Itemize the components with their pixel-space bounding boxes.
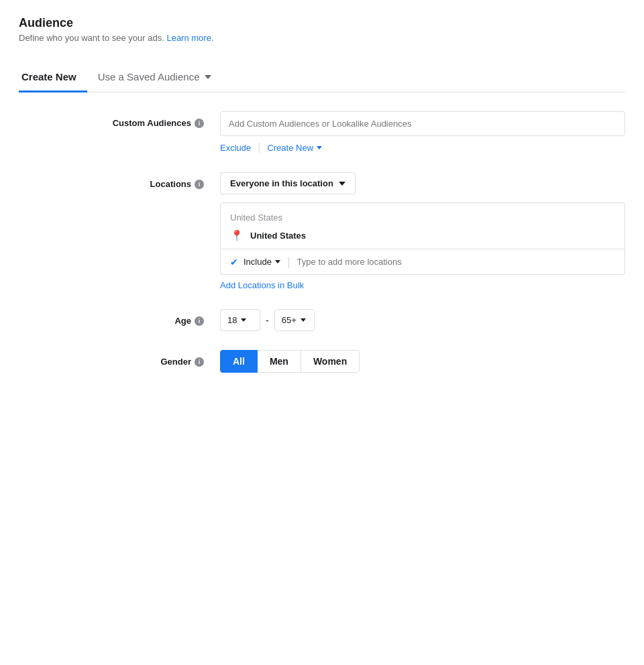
gender-men-button[interactable]: Men	[257, 350, 301, 373]
location-type-label: Everyone in this location	[230, 178, 333, 188]
saved-audience-label: Use a Saved Audience	[98, 71, 200, 82]
add-locations-bulk-link[interactable]: Add Locations in Bulk	[220, 280, 304, 290]
custom-audiences-input[interactable]	[220, 111, 625, 136]
location-input-row: ✔ Include |	[221, 249, 625, 274]
subtitle-text: Define who you want to see your ads.	[19, 33, 164, 43]
age-section: Age i 18 - 65+	[19, 309, 625, 331]
page-title: Audience	[19, 16, 625, 30]
gender-label-container: Gender i	[19, 350, 220, 367]
locations-label-container: Locations i	[19, 172, 220, 189]
location-item-us: 📍 United States	[221, 223, 625, 249]
include-label: Include	[244, 257, 272, 267]
custom-audiences-label-container: Custom Audiences i	[19, 111, 220, 128]
age-max-dropdown[interactable]: 65+	[274, 309, 315, 331]
age-max-caret-icon	[301, 318, 306, 322]
gender-row: All Men Women	[220, 350, 625, 373]
locations-content: Everyone in this location United States …	[220, 172, 625, 290]
gender-all-button[interactable]: All	[220, 350, 258, 373]
create-new-label: Create New	[267, 143, 313, 153]
gender-women-button[interactable]: Women	[301, 350, 360, 373]
page-subtitle: Define who you want to see your ads. Lea…	[19, 33, 625, 43]
include-divider: |	[287, 255, 290, 269]
create-new-caret-icon	[317, 146, 322, 149]
location-name: United States	[250, 231, 306, 241]
age-label: Age	[174, 316, 191, 326]
age-min-value: 18	[227, 315, 237, 325]
add-locations-input[interactable]	[297, 257, 615, 267]
custom-audiences-info-icon[interactable]: i	[195, 119, 204, 128]
age-max-value: 65+	[282, 315, 297, 325]
actions-separator: |	[258, 141, 260, 154]
location-pin-icon: 📍	[230, 229, 244, 242]
location-search-area: United States	[221, 203, 625, 223]
age-dash: -	[266, 315, 269, 326]
saved-audience-caret-icon	[205, 75, 211, 79]
include-caret-icon	[275, 260, 280, 263]
exclude-link[interactable]: Exclude	[220, 143, 251, 153]
gender-content: All Men Women	[220, 350, 625, 373]
age-content: 18 - 65+	[220, 309, 625, 331]
location-type-caret-icon	[339, 182, 345, 186]
tab-saved-audience[interactable]: Use a Saved Audience	[87, 64, 223, 93]
gender-label: Gender	[160, 357, 191, 367]
audience-actions: Exclude | Create New	[220, 141, 625, 154]
locations-info-icon[interactable]: i	[195, 180, 204, 189]
locations-label: Locations	[150, 179, 191, 189]
age-label-container: Age i	[19, 309, 220, 326]
gender-section: Gender i All Men Women	[19, 350, 625, 373]
custom-audiences-label: Custom Audiences	[113, 118, 191, 128]
include-dropdown[interactable]: Include	[244, 257, 280, 267]
page-header: Audience Define who you want to see your…	[19, 16, 625, 43]
age-info-icon[interactable]: i	[195, 316, 204, 326]
location-type-dropdown[interactable]: Everyone in this location	[220, 172, 356, 194]
age-min-caret-icon	[241, 318, 246, 322]
tab-create-new[interactable]: Create New	[19, 64, 87, 93]
custom-audiences-section: Custom Audiences i Exclude | Create New	[19, 111, 625, 154]
create-new-dropdown[interactable]: Create New	[267, 143, 322, 153]
location-search-placeholder: United States	[230, 213, 282, 223]
custom-audiences-content: Exclude | Create New	[220, 111, 625, 154]
tabs-container: Create New Use a Saved Audience	[19, 64, 625, 93]
age-row: 18 - 65+	[220, 309, 625, 331]
learn-more-link[interactable]: Learn more.	[166, 33, 213, 43]
age-min-dropdown[interactable]: 18	[220, 309, 260, 331]
locations-section: Locations i Everyone in this location Un…	[19, 172, 625, 290]
gender-info-icon[interactable]: i	[195, 357, 204, 367]
include-checkmark-icon: ✔	[230, 257, 238, 267]
location-box: United States 📍 United States ✔ Include …	[220, 202, 625, 275]
